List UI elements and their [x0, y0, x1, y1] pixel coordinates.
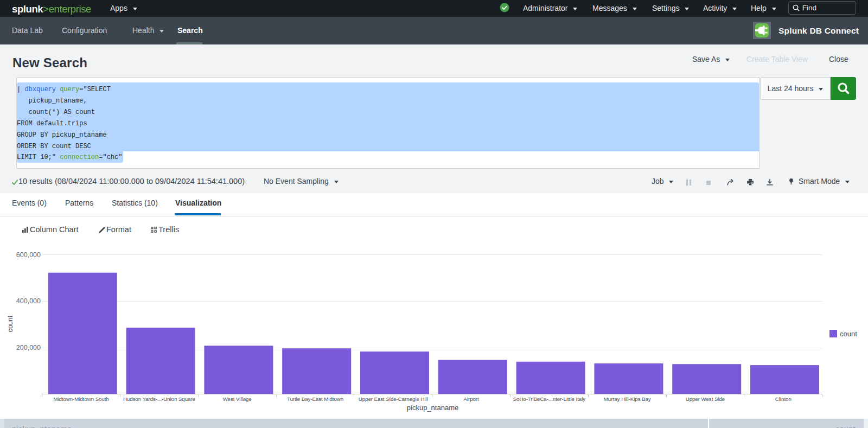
- svg-text:Upper West Side: Upper West Side: [686, 396, 725, 402]
- svg-text:200,000: 200,000: [16, 344, 41, 352]
- svg-text:West Village: West Village: [223, 396, 252, 402]
- svg-text:Midtown-Midtown South: Midtown-Midtown South: [53, 396, 108, 402]
- svg-text:Turtle Bay-East Midtown: Turtle Bay-East Midtown: [287, 396, 343, 402]
- svg-text:Murray Hill-Kips Bay: Murray Hill-Kips Bay: [604, 396, 651, 402]
- svg-text:600,000: 600,000: [16, 251, 41, 259]
- svg-text:400,000: 400,000: [16, 297, 41, 305]
- svg-text:SoHo-TriBeCa-...nter-Little It: SoHo-TriBeCa-...nter-Little Italy: [513, 396, 586, 402]
- svg-text:count: count: [840, 330, 857, 338]
- svg-text:Clinton: Clinton: [775, 396, 792, 402]
- svg-text:Upper East Side-Carnegie Hill: Upper East Side-Carnegie Hill: [359, 396, 428, 402]
- svg-text:Airport: Airport: [463, 396, 479, 402]
- svg-text:Hudson Yards-...-Union Square: Hudson Yards-...-Union Square: [123, 396, 195, 402]
- svg-text:pickup_ntaname: pickup_ntaname: [407, 404, 458, 412]
- svg-text:count: count: [7, 315, 14, 332]
